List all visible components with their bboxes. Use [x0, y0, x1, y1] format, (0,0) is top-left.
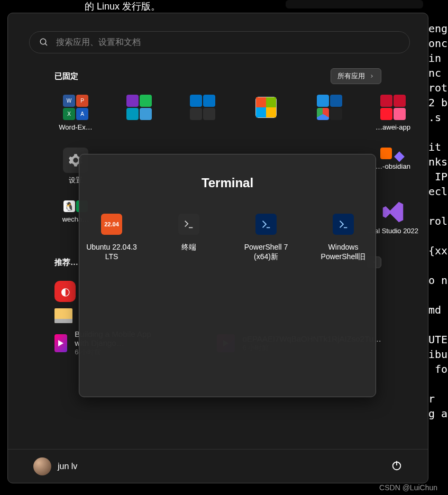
user-account-button[interactable]: jun lv — [33, 457, 77, 475]
power-button[interactable] — [391, 460, 403, 473]
background-doc-text: 的 Linux 发行版。 — [85, 0, 160, 13]
all-apps-label: 所有应用 — [337, 71, 365, 81]
start-menu: 搜索应用、设置和文档 已固定 所有应用 WPXA Word-Ex… — [7, 13, 428, 483]
svg-point-0 — [40, 39, 46, 44]
profile-label: Ubuntu 22.04.3 LTS — [83, 242, 141, 261]
user-name: jun lv — [58, 462, 77, 471]
video-file-icon — [54, 334, 67, 352]
powershell-icon — [255, 214, 277, 235]
background-terminal-text: eng onc in nc rot 2 b .s it nks IP ecl r… — [428, 21, 447, 421]
terminal-profiles-flyout: Terminal 22.04 Ubuntu 22.04.3 LTS 终端 Pow… — [79, 154, 376, 397]
search-bar[interactable]: 搜索应用、设置和文档 — [29, 31, 410, 53]
search-icon — [39, 38, 49, 47]
recommended-title: 推荐… — [54, 258, 78, 268]
obsidian-folder-icon: ◆ — [380, 148, 406, 159]
search-placeholder: 搜索应用、设置和文档 — [56, 37, 141, 48]
background-terminal-tab — [286, 0, 423, 8]
pinned-tile-huawei[interactable]: …awei-app — [361, 93, 425, 145]
svg-line-1 — [45, 43, 47, 45]
profile-label: 终端 — [181, 242, 196, 252]
tile-label: …awei-app — [376, 123, 410, 132]
folder-icon — [54, 308, 72, 323]
flyout-title: Terminal — [202, 176, 253, 190]
start-menu-footer: jun lv — [8, 449, 428, 483]
tile-label: Word-Ex… — [59, 123, 92, 132]
terminal-profile-windows-powershell[interactable]: Windows PowerShell旧 — [314, 214, 372, 261]
tile-label: …-obsidian — [376, 162, 410, 171]
pinned-tile-media[interactable] — [107, 93, 171, 145]
profile-label: PowerShell 7 (x64)新 — [237, 242, 295, 261]
media-folder-icon — [126, 95, 152, 120]
profile-label: Windows PowerShell旧 — [314, 242, 372, 261]
terminal-profile-powershell7[interactable]: PowerShell 7 (x64)新 — [237, 214, 295, 261]
ubuntu-icon: 22.04 — [101, 214, 122, 235]
pinned-tile-office[interactable]: WPXA Word-Ex… — [44, 93, 107, 145]
browsers-folder-icon — [317, 95, 342, 120]
huawei-folder-icon — [380, 95, 406, 120]
pinned-tile-store[interactable] — [234, 93, 298, 145]
pinned-tile-browsers[interactable] — [298, 93, 361, 145]
avatar — [33, 457, 51, 475]
all-apps-button[interactable]: 所有应用 — [331, 68, 381, 84]
visual-studio-icon — [381, 200, 405, 224]
pinned-title: 已固定 — [54, 71, 78, 81]
pinned-tile-utilities[interactable] — [171, 93, 234, 145]
app-icon: ◐ — [54, 281, 76, 302]
utilities-folder-icon — [190, 95, 215, 120]
office-folder-icon: WPXA — [63, 95, 88, 120]
terminal-icon — [178, 214, 199, 235]
terminal-profile-ubuntu[interactable]: 22.04 Ubuntu 22.04.3 LTS — [83, 214, 141, 261]
chevron-right-icon — [369, 74, 374, 79]
powershell-icon — [333, 214, 354, 235]
power-icon — [391, 460, 403, 471]
microsoft-store-icon — [253, 95, 279, 120]
terminal-profile-default[interactable]: 终端 — [160, 214, 218, 261]
watermark: CSDN @LuiChun — [379, 483, 437, 492]
